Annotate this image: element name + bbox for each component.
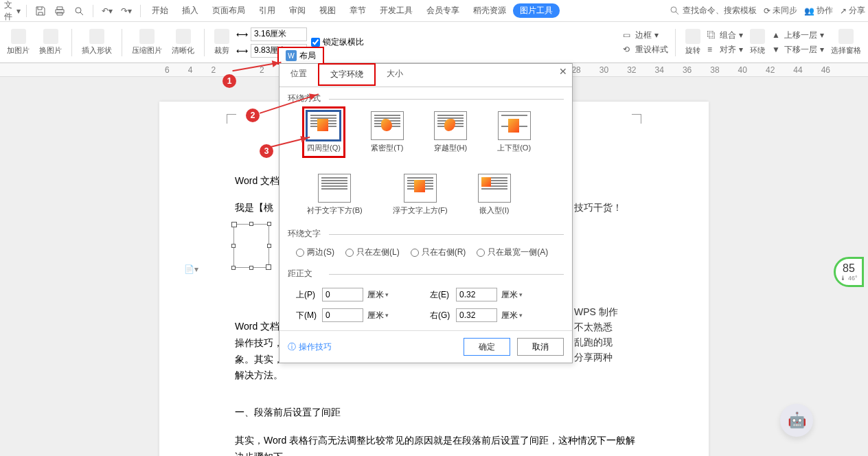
radio-both[interactable]: 两边(S) bbox=[296, 247, 334, 258]
radio-right[interactable]: 只在右侧(R) bbox=[411, 247, 466, 258]
collab-button[interactable]: 👥协作 bbox=[804, 5, 833, 16]
search-box[interactable]: 查找命令、搜索模板 bbox=[670, 5, 757, 16]
doc-r3: 乱跑的现 bbox=[574, 337, 613, 349]
label-left: 左(E) bbox=[430, 289, 452, 301]
section-margin: 距正文 bbox=[288, 268, 564, 280]
border-button[interactable]: ▭边框▾ bbox=[623, 30, 668, 41]
wrap-opt-square[interactable]: 四周型(Q) bbox=[307, 111, 341, 153]
tab-chapter[interactable]: 章节 bbox=[343, 5, 373, 16]
annotation-1: 1 bbox=[222, 74, 236, 88]
selected-image[interactable] bbox=[233, 224, 269, 268]
section-wrap-text: 环绕文字 bbox=[288, 228, 564, 240]
ok-button[interactable]: 确定 bbox=[464, 338, 510, 356]
change-pic-group[interactable]: 换图片 bbox=[36, 29, 65, 56]
height-icon: ⟷ bbox=[236, 46, 248, 56]
preview-icon[interactable] bbox=[71, 3, 87, 19]
select-pane-group[interactable]: 选择窗格 bbox=[828, 29, 864, 56]
dialog-tab-size[interactable]: 大小 bbox=[376, 64, 414, 87]
save-icon[interactable] bbox=[32, 3, 49, 19]
layout-dialog: ✕ 位置 文字环绕 大小 环绕方式 四周型(Q) 紧密型(T) 穿越型(H) 上… bbox=[279, 63, 573, 363]
compress-group[interactable]: 压缩图片 bbox=[129, 29, 165, 56]
align-button[interactable]: ≡对齐▾ bbox=[707, 44, 743, 56]
tab-start[interactable]: 开始 bbox=[145, 5, 175, 16]
annotation-2: 2 bbox=[246, 109, 260, 122]
wrap-opt-tight[interactable]: 紧密型(T) bbox=[371, 111, 404, 153]
input-bottom[interactable] bbox=[322, 308, 363, 322]
group-button[interactable]: ⿻组合▾ bbox=[707, 30, 743, 41]
file-menu[interactable]: 文件▾ bbox=[4, 3, 21, 19]
label-right: 右(G) bbox=[430, 310, 452, 321]
width-icon: ⟷ bbox=[236, 30, 248, 39]
share-button[interactable]: ↗分享 bbox=[840, 5, 865, 16]
doc-r2: 不太熟悉 bbox=[574, 321, 613, 334]
tab-resource[interactable]: 稻壳资源 bbox=[466, 5, 513, 16]
layout-button[interactable]: W 布局 bbox=[277, 47, 324, 65]
svg-point-0 bbox=[76, 8, 81, 13]
section-wrap-mode: 环绕方式 bbox=[288, 93, 564, 104]
input-left[interactable] bbox=[456, 288, 497, 301]
reset-style-button[interactable]: ⟲重设样式 bbox=[623, 44, 668, 56]
svg-point-1 bbox=[671, 7, 676, 12]
label-bottom: 下(M) bbox=[296, 310, 318, 321]
wrap-opt-topbot[interactable]: 上下型(O) bbox=[497, 111, 531, 153]
tab-picture-tools[interactable]: 图片工具 bbox=[513, 3, 560, 18]
add-pic-group[interactable]: 加图片 bbox=[4, 29, 32, 56]
crop-group[interactable]: 裁剪 bbox=[212, 29, 232, 56]
doc-r4: 分享两种 bbox=[574, 352, 613, 364]
doc-title: Word 文档 bbox=[235, 175, 279, 187]
wrap-opt-inline[interactable]: 嵌入型(I) bbox=[478, 174, 511, 216]
dialog-tab-position[interactable]: 位置 bbox=[279, 64, 318, 87]
doc-heading1: 一、段落前后设置了间距 bbox=[235, 407, 341, 419]
input-right[interactable] bbox=[456, 308, 497, 322]
word-icon: W bbox=[286, 50, 297, 61]
dialog-tab-wrap[interactable]: 文字环绕 bbox=[318, 63, 376, 86]
radio-left[interactable]: 只在左侧(L) bbox=[345, 247, 400, 258]
label-top: 上(P) bbox=[296, 289, 318, 301]
doc-r1: WPS 制作 bbox=[574, 306, 618, 319]
rotate-group[interactable]: 旋转 bbox=[683, 29, 703, 56]
doc-body2: 其实，Word 表格行高无法调整比较常见的原因就是在段落前后设置了间距，这种情况… bbox=[235, 433, 640, 456]
redo-icon[interactable]: ↷▾ bbox=[118, 3, 135, 19]
clearify-group[interactable]: 清晰化 bbox=[169, 29, 197, 56]
tab-view[interactable]: 视图 bbox=[312, 5, 343, 16]
assistant-avatar[interactable]: 🤖 bbox=[780, 404, 813, 437]
cancel-button[interactable]: 取消 bbox=[517, 338, 564, 356]
width-input[interactable] bbox=[251, 27, 307, 41]
performance-badge[interactable]: 85 🌡 46° bbox=[834, 257, 864, 287]
input-top[interactable] bbox=[322, 288, 363, 301]
up-layer-button[interactable]: ▲上移一层▾ bbox=[772, 30, 824, 41]
doc-intro-right: 技巧干货！ bbox=[574, 202, 622, 214]
radio-widest[interactable]: 只在最宽一侧(A) bbox=[477, 247, 548, 258]
sync-status[interactable]: ⟳未同步 bbox=[764, 5, 797, 16]
insert-shape-group[interactable]: 插入形状 bbox=[79, 29, 115, 56]
tab-dev[interactable]: 开发工具 bbox=[373, 5, 420, 16]
tab-review[interactable]: 审阅 bbox=[282, 5, 312, 16]
wrap-opt-through[interactable]: 穿越型(H) bbox=[434, 111, 467, 153]
tab-pagelayout[interactable]: 页面布局 bbox=[205, 5, 252, 16]
doc-intro: 我是【桃 bbox=[235, 202, 273, 214]
tab-insert[interactable]: 插入 bbox=[175, 5, 205, 16]
down-layer-button[interactable]: ▼下移一层▾ bbox=[772, 44, 824, 56]
wrap-group[interactable]: 环绕 bbox=[747, 29, 768, 56]
undo-icon[interactable]: ↶▾ bbox=[99, 3, 115, 19]
wrap-opt-behind[interactable]: 衬于文字下方(B) bbox=[307, 174, 363, 216]
tab-member[interactable]: 会员专享 bbox=[420, 5, 466, 16]
tab-reference[interactable]: 引用 bbox=[252, 5, 282, 16]
float-toolbar[interactable]: 📄▾ bbox=[184, 262, 205, 276]
wrap-opt-front[interactable]: 浮于文字上方(F) bbox=[393, 174, 448, 216]
tips-link[interactable]: 操作技巧 bbox=[288, 341, 332, 353]
print-icon[interactable] bbox=[52, 3, 68, 19]
